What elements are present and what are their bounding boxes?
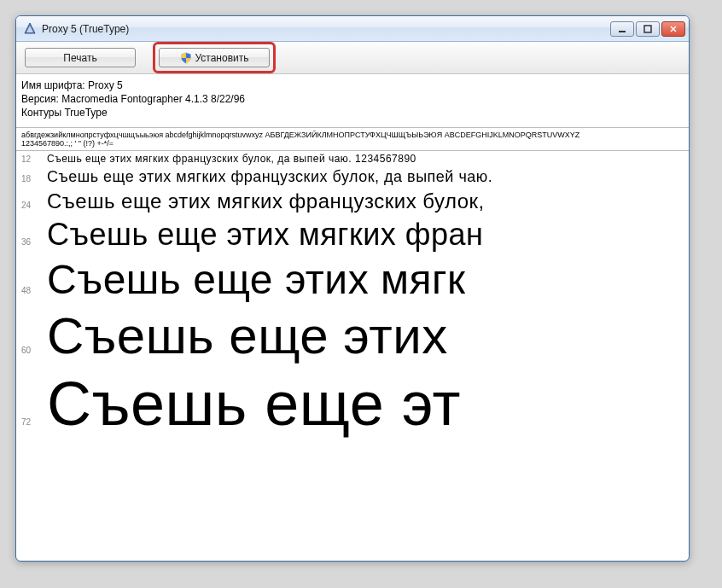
sample-text: Съешь еще этих xyxy=(47,306,448,365)
font-version-row: Версия: Macromedia Fontographer 4.1.3 8/… xyxy=(21,92,684,106)
font-info: Имя шрифта: Proxy 5 Версия: Macromedia F… xyxy=(16,75,689,125)
sample-size-label: 24 xyxy=(21,201,38,210)
window-controls xyxy=(610,21,685,37)
install-highlight: Установить xyxy=(153,42,276,73)
font-outlines: Контуры TrueType xyxy=(21,106,684,119)
install-button[interactable]: Установить xyxy=(159,48,270,67)
font-name-label: Имя шрифта: xyxy=(21,79,85,91)
sample-text: Съешь еще этих мягких французских булок,… xyxy=(47,153,416,165)
sample-size-label: 48 xyxy=(21,286,38,295)
sample-text: Съешь еще эт xyxy=(47,369,461,439)
sample-size-label: 72 xyxy=(21,417,38,427)
sample-row: 18Съешь еще этих мягких французских було… xyxy=(21,168,689,186)
content-area: Имя шрифта: Proxy 5 Версия: Macromedia F… xyxy=(16,74,689,561)
font-version-label: Версия: xyxy=(21,93,59,105)
sample-size-label: 12 xyxy=(21,154,38,164)
sample-row: 24Съешь еще этих мягких французских було… xyxy=(21,189,689,213)
sample-text: Съешь еще этих мягк xyxy=(47,256,465,303)
sample-size-label: 18 xyxy=(21,174,38,183)
alphabet-row-2: 1234567890.:,; ' " (!?) +-*/= xyxy=(21,139,684,148)
print-button-label: Печать xyxy=(63,52,96,64)
maximize-button[interactable] xyxy=(636,21,660,37)
sample-list: 12Съешь еще этих мягких французских було… xyxy=(16,151,689,442)
sample-size-label: 36 xyxy=(21,237,38,247)
close-button[interactable] xyxy=(661,21,685,37)
window-title: Proxy 5 (TrueType) xyxy=(42,23,605,35)
shield-icon xyxy=(180,52,192,64)
toolbar: Печать Установить xyxy=(16,42,689,74)
sample-row: 60Съешь еще этих xyxy=(21,306,689,365)
font-name-row: Имя шрифта: Proxy 5 xyxy=(21,79,684,92)
sample-text: Съешь еще этих мягких французских булок, xyxy=(47,189,485,213)
sample-row: 48Съешь еще этих мягк xyxy=(21,256,689,303)
install-button-label: Установить xyxy=(195,52,249,64)
svg-rect-2 xyxy=(619,31,626,32)
app-icon xyxy=(23,22,37,36)
sample-size-label: 60 xyxy=(21,346,38,355)
sample-text: Съешь еще этих мягких фран xyxy=(47,217,483,253)
minimize-button[interactable] xyxy=(610,21,634,37)
print-button[interactable]: Печать xyxy=(25,48,136,67)
sample-row: 12Съешь еще этих мягких французских було… xyxy=(21,153,689,165)
titlebar[interactable]: Proxy 5 (TrueType) xyxy=(16,16,689,42)
sample-text: Съешь еще этих мягких французских булок,… xyxy=(47,168,492,186)
alphabet-strip: абвгдежзийклмнопрстуфхцчшщъыьэюя abcdefg… xyxy=(16,127,689,151)
sample-row: 36Съешь еще этих мягких фран xyxy=(21,217,689,253)
font-version-value: Macromedia Fontographer 4.1.3 8/22/96 xyxy=(61,93,245,105)
sample-row: 72Съешь еще эт xyxy=(21,369,689,439)
sample-digits: 1234567890 xyxy=(352,153,416,165)
alphabet-row-1: абвгдежзийклмнопрстуфхцчшщъыьэюя abcdefg… xyxy=(21,131,684,139)
window-frame: Proxy 5 (TrueType) Печать xyxy=(15,15,690,562)
svg-rect-3 xyxy=(644,26,651,32)
font-name-value: Proxy 5 xyxy=(88,79,123,91)
